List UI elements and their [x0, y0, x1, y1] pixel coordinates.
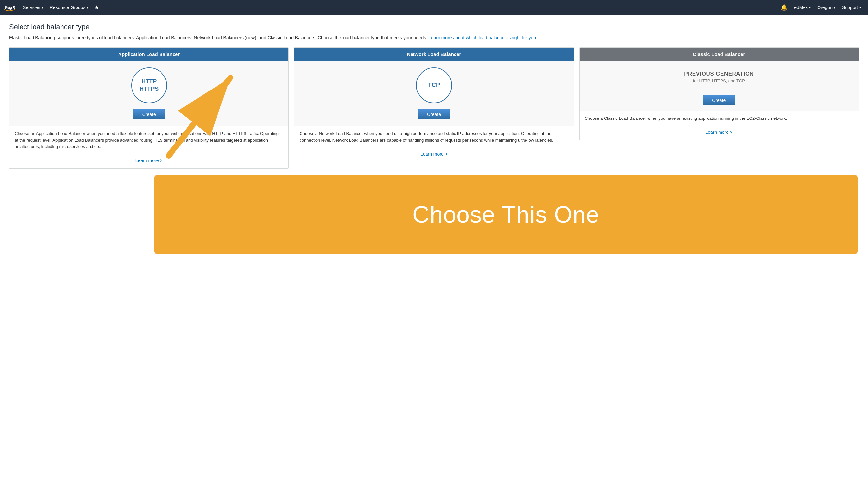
user-caret-icon: ▾: [809, 6, 811, 9]
nav-right: 🔔 edMex ▾ Oregon ▾ Support ▾: [777, 0, 864, 15]
region-menu[interactable]: Oregon ▾: [814, 0, 839, 15]
resource-groups-caret-icon: ▾: [87, 6, 88, 9]
alb-card-header: Application Load Balancer: [9, 48, 288, 61]
clb-card: Classic Load Balancer PREVIOUS GENERATIO…: [579, 47, 859, 140]
support-menu[interactable]: Support ▾: [839, 0, 864, 15]
user-label: edMex: [794, 5, 808, 10]
alb-description: Choose an Application Load Balancer when…: [9, 126, 288, 155]
cards-container: Application Load Balancer HTTP HTTPS Cre…: [9, 47, 859, 169]
support-label: Support: [842, 5, 858, 10]
support-caret-icon: ▾: [859, 6, 861, 9]
user-menu[interactable]: edMex ▾: [791, 0, 814, 15]
alb-protocol-text: HTTP HTTPS: [140, 78, 159, 93]
nlb-header-label: Network Load Balancer: [407, 52, 461, 57]
notifications-icon[interactable]: 🔔: [777, 4, 791, 11]
clb-prev-gen-subtitle: for HTTP, HTTPS, and TCP: [585, 79, 854, 83]
aws-logo-wrapper[interactable]: [4, 3, 17, 12]
clb-header-label: Classic Load Balancer: [693, 52, 745, 57]
nlb-card: Network Load Balancer TCP Create Choose …: [294, 47, 574, 162]
alb-card: Application Load Balancer HTTP HTTPS Cre…: [9, 47, 289, 169]
page-description: Elastic Load Balancing supports three ty…: [9, 34, 859, 41]
bookmarks-icon[interactable]: ★: [92, 4, 102, 11]
clb-create-button-wrapper: Create: [580, 90, 859, 105]
aws-logo-icon: [4, 3, 17, 12]
services-menu[interactable]: Services ▾: [20, 0, 46, 15]
clb-card-header: Classic Load Balancer: [580, 48, 859, 61]
nlb-create-button[interactable]: Create: [418, 109, 450, 119]
choose-banner: Choose This One: [154, 175, 858, 254]
resource-groups-label: Resource Groups: [50, 5, 86, 10]
page-description-text: Elastic Load Balancing supports three ty…: [9, 35, 427, 40]
navbar: Services ▾ Resource Groups ▾ ★ 🔔 edMex ▾…: [0, 0, 868, 15]
services-caret-icon: ▾: [42, 6, 43, 9]
main-content: Select load balancer type Elastic Load B…: [0, 15, 868, 487]
region-label: Oregon: [817, 5, 833, 10]
alb-protocol-circle: HTTP HTTPS: [131, 67, 167, 103]
clb-create-button[interactable]: Create: [703, 95, 735, 105]
choose-banner-text: Choose This One: [412, 202, 599, 227]
nlb-learn-more-link[interactable]: Learn more >: [420, 151, 448, 157]
alb-card-body: HTTP HTTPS Create: [9, 61, 288, 126]
clb-learn-more-link[interactable]: Learn more >: [705, 129, 733, 135]
page-title: Select load balancer type: [9, 23, 859, 31]
learn-more-balancer-link[interactable]: Learn more about which load balancer is …: [429, 35, 536, 40]
nlb-learn-more-wrapper: Learn more >: [294, 148, 574, 162]
clb-prev-gen-box: PREVIOUS GENERATION for HTTP, HTTPS, and…: [580, 61, 859, 90]
alb-learn-more-wrapper: Learn more >: [9, 155, 288, 168]
clb-learn-more-wrapper: Learn more >: [580, 126, 859, 140]
resource-groups-menu[interactable]: Resource Groups ▾: [46, 0, 92, 15]
alb-create-button[interactable]: Create: [133, 109, 165, 119]
region-caret-icon: ▾: [834, 6, 835, 9]
alb-learn-more-link[interactable]: Learn more >: [135, 158, 163, 163]
nlb-card-body: TCP Create: [294, 61, 574, 126]
nlb-card-header: Network Load Balancer: [294, 48, 574, 61]
services-label: Services: [23, 5, 40, 10]
nlb-protocol-text: TCP: [428, 81, 440, 89]
alb-header-label: Application Load Balancer: [118, 52, 180, 57]
clb-prev-gen-title: PREVIOUS GENERATION: [585, 71, 854, 77]
nlb-description: Choose a Network Load Balancer when you …: [294, 126, 574, 148]
nlb-protocol-circle: TCP: [416, 67, 452, 103]
clb-description: Choose a Classic Load Balancer when you …: [580, 111, 859, 126]
